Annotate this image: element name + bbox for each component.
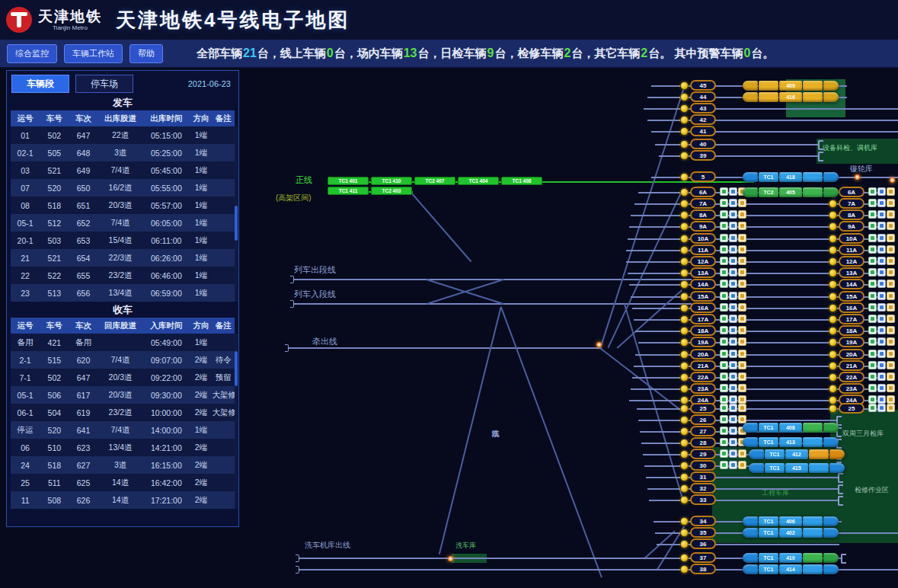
table-row[interactable]: 05-150661720/3道09:30:002端大架修 bbox=[11, 386, 235, 404]
table-cell: 10:00:00 bbox=[142, 408, 190, 417]
mainline-train-unit[interactable]: TC2 407 bbox=[414, 177, 455, 185]
train-car: 416 bbox=[779, 92, 802, 102]
signal-icon bbox=[829, 235, 837, 243]
mainline-train-unit[interactable]: TC1 408 bbox=[501, 177, 542, 185]
track-number-badge: 31 bbox=[690, 471, 716, 482]
tab-车辆段[interactable]: 车辆段 bbox=[11, 75, 69, 93]
table-cell: 515 bbox=[40, 356, 69, 365]
table-row[interactable]: 备用421备用05:49:001端 bbox=[11, 334, 235, 351]
status-icon-yellow bbox=[738, 222, 746, 230]
train[interactable]: 409 bbox=[743, 81, 839, 91]
table-cell: 06:26:00 bbox=[142, 254, 190, 263]
status-icon-blue bbox=[729, 315, 737, 323]
table-row[interactable]: 0851865120/3道05:57:001端 bbox=[11, 197, 235, 214]
train-car: TC1 bbox=[759, 553, 778, 563]
tab-停车场[interactable]: 停车场 bbox=[75, 75, 133, 93]
table-row[interactable]: 2551162514道16:42:002端 bbox=[11, 474, 235, 491]
train-car: TC1 bbox=[759, 528, 778, 538]
mainline-train-unit[interactable]: TC2 403 bbox=[371, 187, 412, 195]
train[interactable]: TC1414 bbox=[743, 564, 839, 574]
table-row[interactable]: 停运5206417/4道14:00:001端 bbox=[11, 421, 235, 439]
table-cell: 619 bbox=[69, 408, 97, 417]
train[interactable]: TC2405 bbox=[743, 187, 839, 197]
status-icon-green bbox=[720, 222, 728, 230]
table-row[interactable]: 20-150365315/4道06:11:001端 bbox=[11, 232, 235, 249]
table-header-cell: 备注 bbox=[213, 321, 235, 331]
train[interactable]: TC1418 bbox=[743, 172, 839, 182]
track-number-badge: 17A bbox=[690, 314, 716, 324]
status-count: 13 bbox=[403, 46, 418, 59]
alarm-dot bbox=[596, 342, 602, 347]
train[interactable]: 416 bbox=[743, 92, 839, 102]
table-row[interactable]: 1150862614道17:21:002端 bbox=[11, 491, 235, 509]
table-row[interactable]: 0651062313/4道14:21:002端 bbox=[11, 439, 235, 456]
status-icon-yellow bbox=[738, 404, 746, 412]
signal-icon bbox=[680, 81, 689, 90]
table-cell: 1端 bbox=[190, 288, 212, 299]
track-number-badge: 19A bbox=[839, 337, 864, 347]
train-car bbox=[803, 187, 823, 197]
signal-icon bbox=[680, 235, 689, 243]
train-car: TC1 bbox=[765, 463, 785, 473]
signal-icon bbox=[680, 396, 689, 404]
status-icon-blue bbox=[729, 395, 737, 404]
train[interactable]: TC1408 bbox=[743, 423, 839, 433]
table-row[interactable]: 0752065016/2道05:55:001端 bbox=[11, 179, 235, 197]
scrollbar-thumb[interactable] bbox=[235, 351, 238, 386]
toolbar-button-2[interactable]: 帮助 bbox=[129, 44, 163, 63]
table-row[interactable]: 2-15156207/4道09:07:002端待令 bbox=[11, 351, 235, 369]
track-number-badge: 33 bbox=[690, 494, 716, 505]
table-row[interactable]: 035216497/4道05:45:001端 bbox=[11, 161, 235, 179]
toolbar-button-0[interactable]: 综合监控 bbox=[7, 44, 57, 63]
table-cell: 03 bbox=[11, 166, 40, 175]
status-icon-blue bbox=[729, 384, 737, 392]
status-unit: 台。 bbox=[648, 46, 674, 59]
table-cell: 648 bbox=[69, 149, 97, 158]
train[interactable]: TC1413 bbox=[743, 437, 839, 447]
status-icon-blue bbox=[877, 361, 886, 369]
table-row[interactable]: 02-15056483道05:25:001端 bbox=[11, 144, 235, 161]
status-unit: 台。 bbox=[751, 46, 774, 59]
table-cell: 05:45:00 bbox=[142, 166, 190, 175]
train[interactable]: TC1412 bbox=[749, 449, 845, 459]
signal-icon bbox=[829, 338, 837, 347]
map-label: 列车出段线 bbox=[294, 265, 336, 274]
train-car: 415 bbox=[785, 463, 808, 473]
table-header-cell: 出库时间 bbox=[142, 113, 190, 124]
train[interactable]: TC1406 bbox=[743, 516, 839, 526]
status-icon-green bbox=[868, 222, 877, 230]
train-car bbox=[743, 564, 758, 574]
table-row[interactable]: 245186273道16:15:002端 bbox=[11, 456, 235, 474]
track-number-badge: 15A bbox=[839, 291, 864, 302]
mainline-train-unit[interactable]: TC1 404 bbox=[458, 177, 499, 185]
table-cell: 09:22:00 bbox=[142, 373, 190, 382]
train[interactable]: TC1402 bbox=[743, 528, 839, 538]
mainline-train-unit[interactable]: TC1 410 bbox=[371, 177, 412, 185]
table-cell: 1端 bbox=[190, 235, 212, 246]
status-icon-green bbox=[720, 395, 728, 404]
table-header-cell: 出库股道 bbox=[98, 113, 143, 124]
mainline-train-unit[interactable]: TC1 401 bbox=[328, 177, 369, 185]
signal-icon bbox=[680, 484, 689, 493]
table-row[interactable]: 06-150461923/2道10:00:002端大架修 bbox=[11, 404, 235, 421]
status-label: 日检车辆 bbox=[441, 46, 487, 59]
scrollbar-thumb[interactable] bbox=[235, 206, 238, 241]
status-icon-green bbox=[868, 303, 877, 312]
table-cell: 2端 bbox=[190, 390, 212, 401]
train-car bbox=[803, 423, 823, 433]
table-row[interactable]: 0150264722道05:15:001端 bbox=[11, 126, 235, 144]
train[interactable]: TC1410 bbox=[743, 553, 839, 563]
status-icon-green bbox=[868, 199, 877, 207]
table-row[interactable]: 2252265523/2道06:46:001端 bbox=[11, 267, 235, 284]
table-cell: 20/3道 bbox=[98, 390, 143, 401]
toolbar-button-1[interactable]: 车辆工作站 bbox=[64, 44, 123, 63]
train-car: 405 bbox=[779, 187, 802, 197]
table-row[interactable]: 2152165422/3道06:26:001端 bbox=[11, 249, 235, 267]
table-row[interactable]: 7-150264720/3道09:22:002端预留 bbox=[11, 369, 235, 386]
mainline-train-unit[interactable]: TC1 411 bbox=[328, 187, 369, 195]
table-row[interactable]: 05-15126527/4道06:05:001端 bbox=[11, 214, 235, 232]
table-cell: 2端 bbox=[190, 478, 212, 488]
table-row[interactable]: 2351365613/4道06:59:001端 bbox=[11, 284, 235, 302]
signal-icon bbox=[680, 404, 689, 413]
train[interactable]: TC1415 bbox=[749, 463, 845, 473]
